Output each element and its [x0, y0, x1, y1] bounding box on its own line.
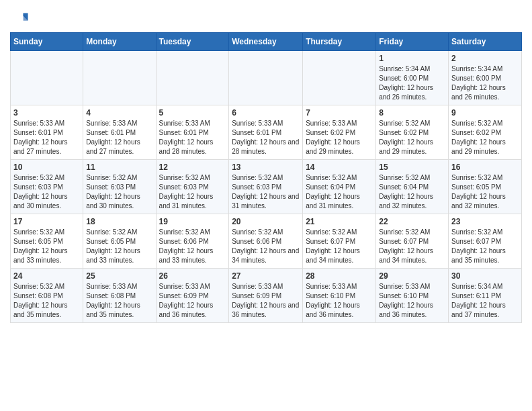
calendar-cell: 16Sunrise: 5:32 AM Sunset: 6:05 PM Dayli…	[449, 160, 522, 214]
calendar-cell: 5Sunrise: 5:33 AM Sunset: 6:01 PM Daylig…	[156, 105, 229, 160]
day-number: 24	[13, 271, 80, 281]
day-number: 15	[379, 163, 445, 172]
calendar-cell: 6Sunrise: 5:33 AM Sunset: 6:01 PM Daylig…	[229, 105, 303, 160]
calendar-cell: 13Sunrise: 5:32 AM Sunset: 6:03 PM Dayli…	[229, 160, 303, 214]
day-info: Sunrise: 5:32 AM Sunset: 6:05 PM Dayligh…	[451, 173, 519, 211]
day-info: Sunrise: 5:34 AM Sunset: 6:00 PM Dayligh…	[379, 64, 445, 102]
calendar-cell: 8Sunrise: 5:32 AM Sunset: 6:02 PM Daylig…	[376, 105, 449, 160]
calendar-cell: 19Sunrise: 5:32 AM Sunset: 6:06 PM Dayli…	[156, 214, 229, 269]
col-header-thursday: Thursday	[303, 33, 376, 51]
day-number: 28	[306, 271, 373, 281]
calendar-cell: 22Sunrise: 5:32 AM Sunset: 6:07 PM Dayli…	[376, 214, 449, 269]
day-number: 2	[451, 54, 519, 63]
day-number: 25	[86, 271, 152, 281]
calendar-cell: 11Sunrise: 5:32 AM Sunset: 6:03 PM Dayli…	[83, 160, 156, 214]
header	[10, 7, 522, 28]
calendar-cell: 26Sunrise: 5:33 AM Sunset: 6:09 PM Dayli…	[156, 269, 229, 323]
day-number: 1	[379, 54, 445, 63]
col-header-friday: Friday	[376, 33, 449, 51]
day-info: Sunrise: 5:33 AM Sunset: 6:09 PM Dayligh…	[232, 282, 300, 320]
day-info: Sunrise: 5:32 AM Sunset: 6:03 PM Dayligh…	[86, 173, 152, 211]
day-number: 16	[451, 163, 519, 172]
logo	[10, 7, 30, 28]
day-number: 4	[86, 108, 152, 118]
day-info: Sunrise: 5:32 AM Sunset: 6:07 PM Dayligh…	[451, 228, 519, 265]
col-header-monday: Monday	[83, 33, 156, 51]
day-number: 3	[13, 108, 80, 118]
day-info: Sunrise: 5:32 AM Sunset: 6:05 PM Dayligh…	[13, 228, 80, 265]
calendar-cell: 25Sunrise: 5:33 AM Sunset: 6:08 PM Dayli…	[83, 269, 156, 323]
calendar-cell: 29Sunrise: 5:33 AM Sunset: 6:10 PM Dayli…	[376, 269, 449, 323]
calendar-cell: 4Sunrise: 5:33 AM Sunset: 6:01 PM Daylig…	[83, 105, 156, 160]
col-header-tuesday: Tuesday	[156, 33, 229, 51]
col-header-saturday: Saturday	[449, 33, 522, 51]
calendar-cell	[229, 51, 303, 105]
day-info: Sunrise: 5:32 AM Sunset: 6:07 PM Dayligh…	[379, 228, 445, 265]
day-info: Sunrise: 5:33 AM Sunset: 6:01 PM Dayligh…	[86, 119, 152, 156]
day-number: 11	[86, 163, 152, 172]
day-info: Sunrise: 5:32 AM Sunset: 6:06 PM Dayligh…	[232, 228, 300, 265]
day-info: Sunrise: 5:33 AM Sunset: 6:01 PM Dayligh…	[159, 119, 226, 156]
day-number: 7	[306, 108, 373, 118]
calendar-cell: 20Sunrise: 5:32 AM Sunset: 6:06 PM Dayli…	[229, 214, 303, 269]
calendar-cell: 3Sunrise: 5:33 AM Sunset: 6:01 PM Daylig…	[11, 105, 83, 160]
day-info: Sunrise: 5:34 AM Sunset: 6:11 PM Dayligh…	[451, 282, 519, 320]
day-number: 5	[159, 108, 226, 118]
day-number: 13	[232, 163, 300, 172]
calendar-cell	[11, 51, 83, 105]
calendar-cell: 30Sunrise: 5:34 AM Sunset: 6:11 PM Dayli…	[449, 269, 522, 323]
calendar-header-row: SundayMondayTuesdayWednesdayThursdayFrid…	[11, 33, 522, 51]
calendar-cell: 18Sunrise: 5:32 AM Sunset: 6:05 PM Dayli…	[83, 214, 156, 269]
calendar-cell: 27Sunrise: 5:33 AM Sunset: 6:09 PM Dayli…	[229, 269, 303, 323]
day-info: Sunrise: 5:32 AM Sunset: 6:03 PM Dayligh…	[232, 173, 300, 211]
day-number: 26	[159, 271, 226, 281]
calendar-cell: 24Sunrise: 5:32 AM Sunset: 6:08 PM Dayli…	[11, 269, 83, 323]
day-number: 14	[306, 163, 373, 172]
day-info: Sunrise: 5:33 AM Sunset: 6:10 PM Dayligh…	[379, 282, 445, 320]
calendar-cell: 21Sunrise: 5:32 AM Sunset: 6:07 PM Dayli…	[303, 214, 376, 269]
day-number: 6	[232, 108, 300, 118]
logo-icon	[10, 9, 29, 28]
day-number: 30	[451, 271, 519, 281]
day-info: Sunrise: 5:32 AM Sunset: 6:03 PM Dayligh…	[13, 173, 80, 211]
calendar-cell: 23Sunrise: 5:32 AM Sunset: 6:07 PM Dayli…	[449, 214, 522, 269]
day-info: Sunrise: 5:32 AM Sunset: 6:07 PM Dayligh…	[306, 228, 373, 265]
day-number: 10	[13, 163, 80, 172]
calendar-week-row: 24Sunrise: 5:32 AM Sunset: 6:08 PM Dayli…	[11, 269, 522, 323]
calendar-table: SundayMondayTuesdayWednesdayThursdayFrid…	[10, 32, 522, 323]
day-info: Sunrise: 5:32 AM Sunset: 6:03 PM Dayligh…	[159, 173, 226, 211]
day-info: Sunrise: 5:33 AM Sunset: 6:02 PM Dayligh…	[306, 119, 373, 156]
day-info: Sunrise: 5:33 AM Sunset: 6:01 PM Dayligh…	[232, 119, 300, 156]
calendar-week-row: 10Sunrise: 5:32 AM Sunset: 6:03 PM Dayli…	[11, 160, 522, 214]
day-number: 22	[379, 217, 445, 226]
day-info: Sunrise: 5:32 AM Sunset: 6:02 PM Dayligh…	[379, 119, 445, 156]
day-info: Sunrise: 5:32 AM Sunset: 6:08 PM Dayligh…	[13, 282, 80, 320]
day-info: Sunrise: 5:32 AM Sunset: 6:02 PM Dayligh…	[451, 119, 519, 156]
day-number: 23	[451, 217, 519, 226]
col-header-sunday: Sunday	[11, 33, 83, 51]
day-number: 12	[159, 163, 226, 172]
day-number: 18	[86, 217, 152, 226]
day-info: Sunrise: 5:32 AM Sunset: 6:06 PM Dayligh…	[159, 228, 226, 265]
calendar-cell: 7Sunrise: 5:33 AM Sunset: 6:02 PM Daylig…	[303, 105, 376, 160]
calendar-cell: 14Sunrise: 5:32 AM Sunset: 6:04 PM Dayli…	[303, 160, 376, 214]
calendar-cell: 1Sunrise: 5:34 AM Sunset: 6:00 PM Daylig…	[376, 51, 449, 105]
col-header-wednesday: Wednesday	[229, 33, 303, 51]
calendar-cell: 12Sunrise: 5:32 AM Sunset: 6:03 PM Dayli…	[156, 160, 229, 214]
calendar-week-row: 17Sunrise: 5:32 AM Sunset: 6:05 PM Dayli…	[11, 214, 522, 269]
day-info: Sunrise: 5:33 AM Sunset: 6:01 PM Dayligh…	[13, 119, 80, 156]
calendar-cell	[83, 51, 156, 105]
day-info: Sunrise: 5:32 AM Sunset: 6:04 PM Dayligh…	[306, 173, 373, 211]
calendar-cell: 9Sunrise: 5:32 AM Sunset: 6:02 PM Daylig…	[449, 105, 522, 160]
day-info: Sunrise: 5:33 AM Sunset: 6:08 PM Dayligh…	[86, 282, 152, 320]
day-number: 19	[159, 217, 226, 226]
day-info: Sunrise: 5:34 AM Sunset: 6:00 PM Dayligh…	[451, 64, 519, 102]
calendar-cell: 28Sunrise: 5:33 AM Sunset: 6:10 PM Dayli…	[303, 269, 376, 323]
calendar-cell: 10Sunrise: 5:32 AM Sunset: 6:03 PM Dayli…	[11, 160, 83, 214]
calendar-cell: 2Sunrise: 5:34 AM Sunset: 6:00 PM Daylig…	[449, 51, 522, 105]
day-number: 21	[306, 217, 373, 226]
calendar-cell	[303, 51, 376, 105]
day-info: Sunrise: 5:33 AM Sunset: 6:09 PM Dayligh…	[159, 282, 226, 320]
day-info: Sunrise: 5:33 AM Sunset: 6:10 PM Dayligh…	[306, 282, 373, 320]
day-number: 8	[379, 108, 445, 118]
